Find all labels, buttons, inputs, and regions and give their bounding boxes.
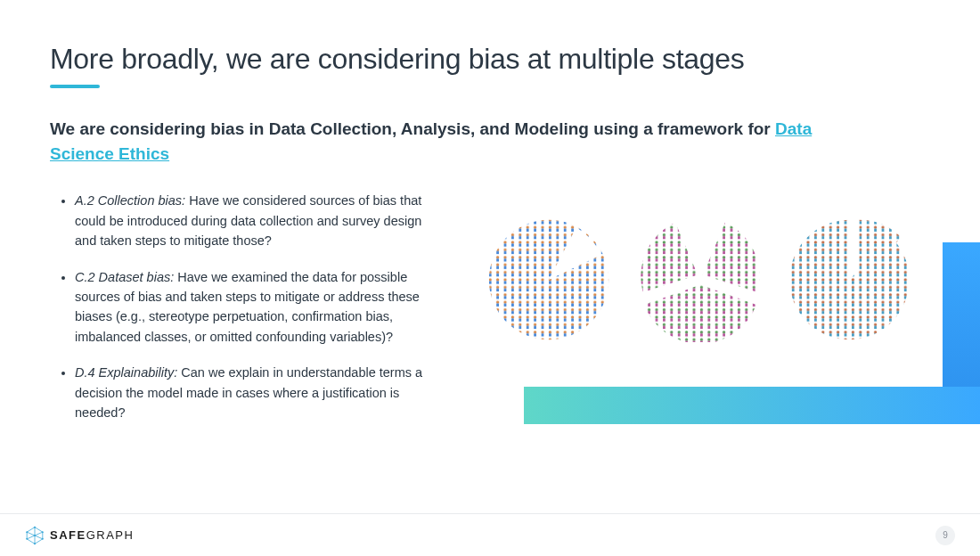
people-pie-icon <box>486 217 611 342</box>
people-pie-icon <box>638 217 763 342</box>
svg-point-16 <box>42 537 44 539</box>
bullet-list: A.2 Collection bias: Have we considered … <box>50 191 442 439</box>
svg-point-18 <box>26 537 28 539</box>
subtitle-text: We are considering bias in Data Collecti… <box>50 119 775 138</box>
people-pie-icon <box>789 217 914 342</box>
svg-point-15 <box>42 531 44 533</box>
graphic-area <box>442 191 930 422</box>
svg-point-19 <box>26 531 28 533</box>
bullet-lead: D.4 Explainability: <box>75 365 177 380</box>
slide-footer: SAFEGRAPH 9 <box>0 513 980 556</box>
list-item: C.2 Dataset bias: Have we examined the d… <box>75 267 442 348</box>
logo-text: SAFEGRAPH <box>50 528 134 542</box>
accent-bar-horizontal <box>524 387 980 424</box>
svg-point-14 <box>34 526 36 527</box>
safegraph-logo: SAFEGRAPH <box>25 526 134 545</box>
list-item: A.2 Collection bias: Have we considered … <box>75 191 442 250</box>
title-underline <box>50 85 100 88</box>
bullet-lead: A.2 Collection bias: <box>75 193 185 208</box>
slide-title: More broadly, we are considering bias at… <box>50 43 930 76</box>
page-number: 9 <box>935 526 955 545</box>
accent-bar-vertical <box>943 242 980 387</box>
slide-subtitle: We are considering bias in Data Collecti… <box>50 117 852 166</box>
logo-icon <box>25 526 45 545</box>
pie-charts-illustration <box>486 217 914 342</box>
bullet-lead: C.2 Dataset bias: <box>75 270 174 284</box>
list-item: D.4 Explainability: Can we explain in un… <box>75 363 442 422</box>
svg-point-20 <box>34 535 36 536</box>
svg-point-17 <box>34 543 36 544</box>
